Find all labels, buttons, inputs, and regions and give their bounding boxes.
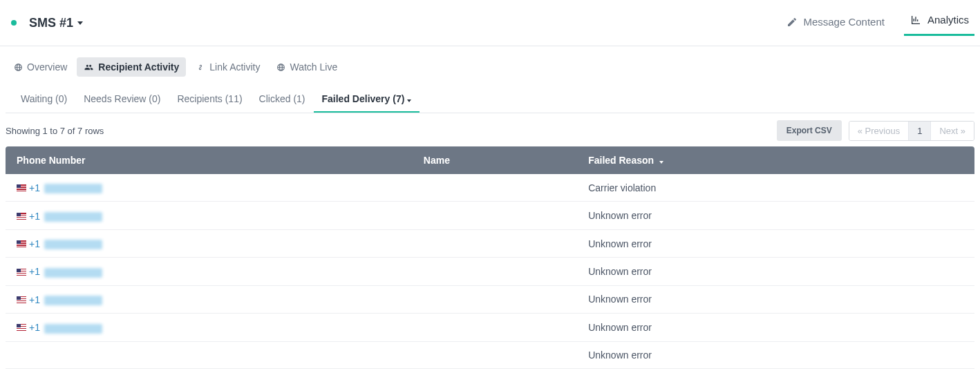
cell-phone: +1 — [6, 202, 413, 229]
table-row: +1 Unknown error — [6, 229, 974, 257]
redacted-phone — [44, 212, 102, 222]
phone-link[interactable]: +1 — [29, 182, 102, 193]
flag-us-icon — [17, 269, 26, 276]
cell-reason: Unknown error — [577, 285, 974, 313]
tab-analytics-label: Analytics — [927, 14, 969, 26]
subnav-overview[interactable]: Overview — [7, 57, 74, 77]
table-row: +1 Carrier violation — [6, 174, 974, 202]
page-title-dropdown[interactable]: SMS #1 — [29, 16, 83, 30]
link-icon — [196, 63, 205, 72]
page-header: SMS #1 Message Content Analytics — [0, 0, 980, 46]
header-right: Message Content Analytics — [767, 10, 974, 36]
col-phone[interactable]: Phone Number — [6, 146, 413, 174]
page-title-text: SMS #1 — [29, 16, 73, 30]
redacted-phone — [44, 296, 102, 305]
redacted-phone — [44, 268, 102, 278]
table-row: +1 Unknown error — [6, 314, 974, 341]
filter-failed-delivery-7-[interactable]: Failed Delivery (7) — [314, 86, 420, 113]
phone-link[interactable]: +1 — [29, 238, 102, 249]
cell-phone: +1 — [6, 174, 413, 202]
flag-us-icon — [17, 296, 26, 303]
subnav-recipient-activity[interactable]: Recipient Activity — [77, 57, 186, 77]
cell-phone — [6, 341, 413, 368]
globe-icon — [276, 63, 285, 72]
toolbar-right: Export CSV « Previous 1 Next » — [777, 120, 974, 141]
redacted-phone — [44, 184, 102, 193]
tab-analytics[interactable]: Analytics — [904, 10, 974, 36]
cell-phone: +1 — [6, 285, 413, 313]
caret-down-icon — [77, 21, 83, 25]
cell-name — [413, 285, 577, 313]
subnav-label: Link Activity — [209, 61, 260, 73]
sort-caret-icon — [659, 161, 663, 164]
table-toolbar: Showing 1 to 7 of 7 rows Export CSV « Pr… — [0, 113, 980, 146]
col-reason[interactable]: Failed Reason — [577, 146, 974, 174]
table-row: +1 Unknown error — [6, 258, 974, 285]
cell-phone: +1 — [6, 314, 413, 341]
cell-phone: +1 — [6, 258, 413, 285]
phone-link[interactable]: +1 — [29, 266, 102, 277]
subnav-label: Recipient Activity — [98, 61, 179, 73]
users-icon — [84, 63, 94, 72]
header-left: SMS #1 — [11, 16, 83, 30]
table-row: +1 Unknown error — [6, 285, 974, 313]
caret-down-icon — [407, 99, 411, 102]
phone-link[interactable]: +1 — [29, 294, 102, 305]
status-dot-icon — [11, 20, 17, 26]
cell-name — [413, 229, 577, 257]
pager-next[interactable]: Next » — [931, 122, 974, 140]
filter-label: Waiting (0) — [21, 93, 67, 104]
cell-reason: Unknown error — [577, 202, 974, 229]
filter-recipients-11-[interactable]: Recipients (11) — [169, 86, 250, 113]
subnav-label: Watch Live — [290, 61, 337, 73]
phone-link[interactable]: +1 — [29, 211, 102, 222]
cell-name — [413, 341, 577, 368]
col-name[interactable]: Name — [413, 146, 577, 174]
cell-phone: +1 — [6, 229, 413, 257]
flag-us-icon — [17, 324, 26, 331]
table-row: Unknown error — [6, 341, 974, 368]
filter-label: Recipients (11) — [177, 93, 242, 104]
cell-name — [413, 174, 577, 202]
tab-message-content[interactable]: Message Content — [781, 12, 890, 36]
cell-reason: Unknown error — [577, 258, 974, 285]
cell-reason: Unknown error — [577, 314, 974, 341]
cell-name — [413, 314, 577, 341]
tab-message-content-label: Message Content — [803, 16, 885, 28]
redacted-phone — [44, 324, 102, 334]
table-row: +1 Unknown error — [6, 202, 974, 229]
cell-reason: Carrier violation — [577, 174, 974, 202]
filter-needs-review-0-[interactable]: Needs Review (0) — [75, 86, 169, 113]
pager-prev[interactable]: « Previous — [849, 122, 909, 140]
flag-us-icon — [17, 184, 26, 191]
row-info: Showing 1 to 7 of 7 rows — [6, 126, 104, 136]
subnav: OverviewRecipient ActivityLink ActivityW… — [0, 46, 980, 82]
phone-link[interactable]: +1 — [29, 322, 102, 333]
redacted-phone — [44, 240, 102, 249]
subnav-label: Overview — [27, 61, 67, 73]
filter-label: Clicked (1) — [259, 93, 305, 104]
flag-us-icon — [17, 213, 26, 220]
recipient-table: Phone Number Name Failed Reason +1 Carri… — [6, 146, 974, 369]
cell-reason: Unknown error — [577, 229, 974, 257]
subnav-link-activity[interactable]: Link Activity — [189, 57, 267, 77]
filter-label: Failed Delivery (7) — [322, 93, 405, 104]
cell-reason: Unknown error — [577, 341, 974, 368]
export-csv-button[interactable]: Export CSV — [777, 120, 842, 141]
pager-current[interactable]: 1 — [909, 122, 931, 140]
filter-clicked-1-[interactable]: Clicked (1) — [251, 86, 314, 113]
globe-icon — [14, 63, 23, 72]
filter-tabs: Waiting (0)Needs Review (0)Recipients (1… — [0, 82, 980, 113]
cell-name — [413, 202, 577, 229]
filter-label: Needs Review (0) — [84, 93, 160, 104]
bar-chart-icon — [910, 15, 922, 26]
subnav-watch-live[interactable]: Watch Live — [270, 57, 344, 77]
pencil-icon — [786, 17, 798, 28]
flag-us-icon — [17, 240, 26, 247]
filter-waiting-0-[interactable]: Waiting (0) — [12, 86, 75, 113]
cell-name — [413, 258, 577, 285]
pager: « Previous 1 Next » — [849, 121, 974, 141]
col-reason-label: Failed Reason — [588, 155, 654, 166]
